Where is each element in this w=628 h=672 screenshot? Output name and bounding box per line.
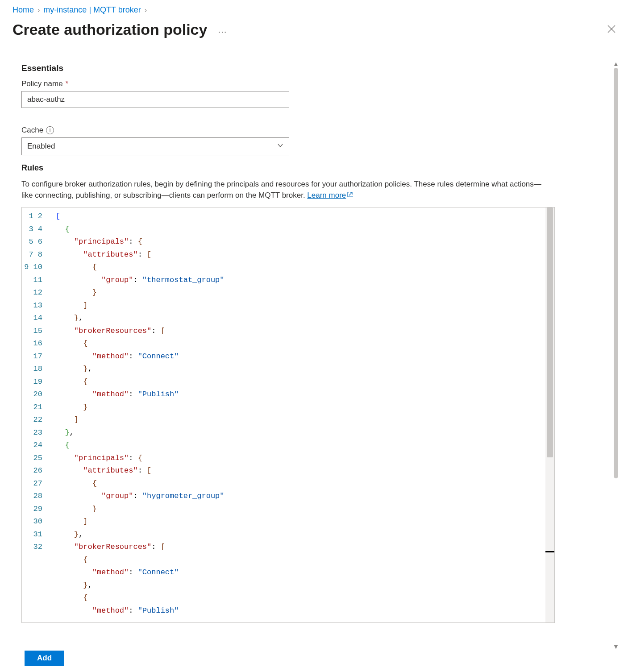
breadcrumb-home[interactable]: Home [12, 5, 34, 15]
scroll-up-icon: ▲ [613, 61, 619, 67]
breadcrumb: Home › my-instance | MQTT broker › [12, 4, 616, 15]
add-button[interactable]: Add [25, 651, 64, 666]
cache-select-value: Enabled [27, 142, 55, 151]
editor-scroll-marker [545, 551, 554, 552]
chevron-right-icon: › [37, 6, 40, 14]
page-scrollbar[interactable]: ▲ ▼ [612, 61, 620, 650]
close-button[interactable] [605, 21, 618, 38]
close-icon [607, 25, 616, 33]
breadcrumb-instance[interactable]: my-instance | MQTT broker [43, 5, 141, 15]
policy-name-input[interactable] [21, 91, 289, 108]
more-menu-button[interactable]: ⋯ [218, 26, 228, 37]
rules-json-editor[interactable]: 1 2 3 4 5 6 7 8 9 10 11 12 13 14 15 16 1… [21, 207, 555, 623]
cache-label: Cache i [21, 126, 588, 135]
info-icon[interactable]: i [46, 126, 54, 134]
editor-code-area[interactable]: [ { "principals": { "attributes": [ { "g… [47, 207, 554, 622]
page-title: Create authorization policy [12, 21, 207, 38]
editor-scrollbar-thumb[interactable] [547, 207, 553, 457]
editor-scrollbar[interactable] [545, 207, 554, 622]
scroll-down-icon: ▼ [613, 643, 619, 650]
rules-description: To configure broker authorization rules,… [21, 179, 548, 201]
chevron-right-icon: › [145, 6, 147, 14]
required-indicator: * [66, 79, 69, 88]
learn-more-link[interactable]: Learn more [307, 191, 353, 199]
essentials-heading: Essentials [21, 63, 588, 73]
policy-name-label: Policy name * [21, 79, 588, 88]
chevron-down-icon [277, 142, 283, 151]
cache-select[interactable]: Enabled [21, 137, 289, 155]
external-link-icon [347, 190, 353, 201]
rules-heading: Rules [21, 163, 588, 173]
scrollbar-thumb[interactable] [614, 68, 618, 478]
editor-line-gutter: 1 2 3 4 5 6 7 8 9 10 11 12 13 14 15 16 1… [22, 207, 47, 622]
